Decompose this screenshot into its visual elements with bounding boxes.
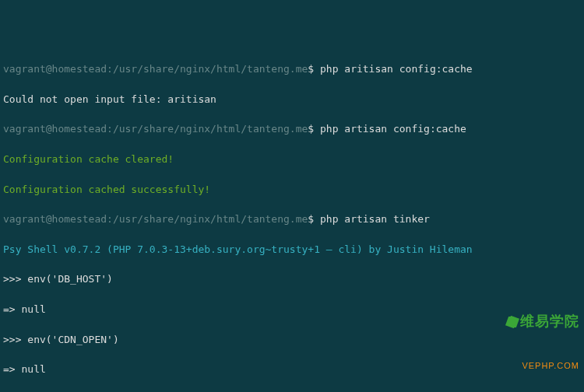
prompt-dollar: $ — [308, 213, 314, 225]
prompt-dollar: $ — [308, 63, 314, 75]
watermark: 维易学院 VEPHP.COM — [507, 284, 579, 389]
watermark-title: 维易学院 — [507, 314, 579, 329]
command: php aritisan config:cache — [320, 63, 473, 75]
shell-prompt: vagrant@homestead:/usr/share/nginx/html/… — [3, 213, 308, 225]
success-output: Configuration cached successfully! — [3, 182, 581, 197]
success-output: Configuration cache cleared! — [3, 152, 581, 166]
terminal-line: vagrant@homestead:/usr/share/nginx/html/… — [3, 212, 581, 226]
repl-input: >>> env('CDN_OPEN') — [3, 332, 581, 347]
terminal-line: vagrant@homestead:/usr/share/nginx/html/… — [3, 61, 581, 76]
leaf-icon — [505, 315, 519, 329]
repl-value: => null — [3, 363, 46, 375]
shell-prompt: vagrant@homestead:/usr/share/nginx/html/… — [3, 123, 308, 135]
repl-output: => null — [3, 362, 581, 376]
repl-value: => null — [3, 303, 46, 315]
repl-output: => null — [3, 302, 581, 317]
command: php artisan config:cache — [320, 123, 466, 135]
watermark-url: VEPHP.COM — [507, 359, 579, 373]
psy-shell-banner: Psy Shell v0.7.2 (PHP 7.0.3-13+deb.sury.… — [3, 242, 581, 257]
prompt-dollar: $ — [308, 123, 314, 135]
repl-input: >>> env('DB_HOST') — [3, 271, 581, 286]
watermark-text-top: 维易学院 — [520, 313, 579, 329]
terminal-line: vagrant@homestead:/usr/share/nginx/html/… — [3, 121, 581, 136]
shell-prompt: vagrant@homestead:/usr/share/nginx/html/… — [3, 63, 308, 75]
command: php artisan tinker — [320, 213, 430, 225]
error-output: Could not open input file: aritisan — [3, 92, 581, 107]
